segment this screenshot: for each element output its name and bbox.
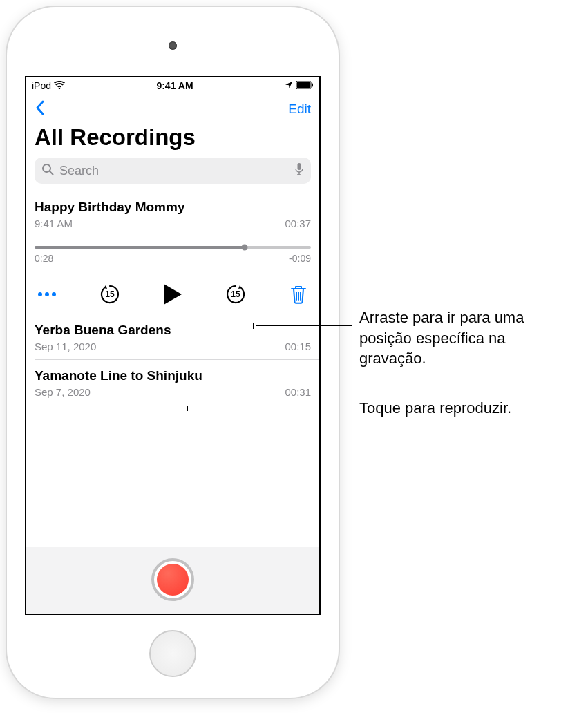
device-frame: iPod 9:41 AM Edit All Recordi [7, 7, 339, 698]
elapsed-time: 0:28 [35, 253, 53, 264]
callout-line [190, 408, 352, 408]
callout-play: Toque para reproduzir. [359, 398, 580, 419]
recording-duration: 00:31 [285, 386, 311, 398]
svg-point-9 [45, 292, 49, 296]
svg-point-10 [52, 292, 56, 296]
record-button[interactable] [151, 558, 194, 601]
status-device-label: iPod [32, 80, 51, 91]
status-time: 9:41 AM [156, 80, 193, 91]
wifi-icon [54, 80, 65, 91]
location-icon [285, 80, 293, 91]
delete-button[interactable] [286, 282, 311, 307]
skip-forward-15-button[interactable]: 15 [223, 282, 248, 307]
scrubber-thumb[interactable] [242, 245, 248, 251]
edit-button[interactable]: Edit [288, 102, 311, 117]
record-button-inner [157, 564, 189, 596]
more-options-button[interactable] [35, 282, 59, 307]
recording-duration: 00:37 [285, 218, 311, 229]
recording-duration: 00:15 [285, 341, 311, 352]
recording-title: Happy Birthday Mommy [35, 200, 311, 215]
screen: iPod 9:41 AM Edit All Recordi [25, 76, 321, 615]
play-button[interactable] [160, 282, 185, 307]
skip-back-15-button[interactable]: 15 [97, 282, 122, 307]
skip-back-label: 15 [99, 283, 121, 305]
callout-scrubber: Arraste para ir para uma posição específ… [359, 307, 573, 369]
playback-controls: 15 15 [35, 282, 311, 307]
callout-line [256, 325, 352, 326]
recording-title: Yamanote Line to Shinjuku [35, 368, 311, 383]
dictation-icon[interactable] [294, 162, 304, 179]
svg-rect-1 [296, 82, 310, 88]
recording-item[interactable]: Yamanote Line to Shinjuku Sep 7, 2020 00… [26, 360, 319, 405]
scrubber-track [35, 246, 311, 249]
search-icon [41, 163, 54, 178]
recording-item-expanded[interactable]: Happy Birthday Mommy 9:41 AM 00:37 0:28 … [26, 191, 319, 314]
battery-icon [296, 80, 314, 91]
device-camera [169, 41, 177, 50]
playback-scrubber[interactable]: 0:28 -0:09 [35, 246, 311, 264]
svg-point-8 [38, 292, 42, 296]
search-field[interactable] [35, 158, 311, 184]
page-title: All Recordings [35, 124, 311, 151]
svg-line-4 [50, 171, 53, 175]
recording-date: Sep 7, 2020 [35, 386, 91, 398]
search-input[interactable] [59, 164, 289, 178]
scrubber-fill [35, 246, 245, 249]
remaining-time: -0:09 [289, 253, 311, 264]
svg-rect-5 [298, 163, 301, 170]
record-toolbar [26, 547, 319, 614]
status-bar: iPod 9:41 AM [26, 77, 319, 94]
svg-rect-2 [312, 84, 313, 87]
recording-time: 9:41 AM [35, 218, 73, 229]
recording-date: Sep 11, 2020 [35, 341, 96, 352]
back-button[interactable] [35, 99, 46, 119]
skip-forward-label: 15 [225, 283, 247, 305]
home-button[interactable] [149, 630, 196, 677]
nav-bar: Edit [26, 94, 319, 122]
recording-item[interactable]: Yerba Buena Gardens Sep 11, 2020 00:15 [26, 314, 319, 359]
